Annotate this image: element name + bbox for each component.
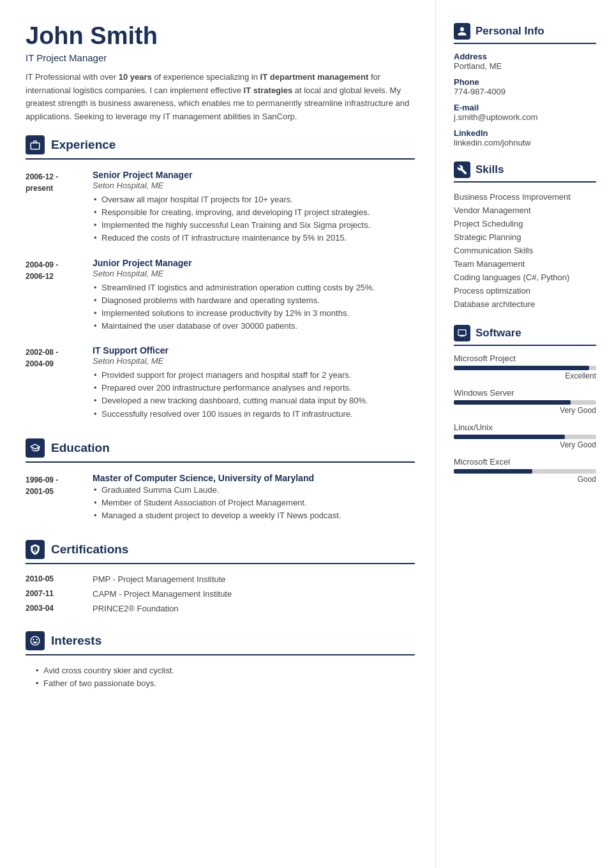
interest-2: Father of two passionate boys. xyxy=(34,678,415,688)
bullet-2-2: Diagnosed problems with hardware and ope… xyxy=(93,294,415,307)
software-name-2: Windows Server xyxy=(454,388,596,398)
skills-section: Skills Business Process Improvement Vend… xyxy=(454,161,596,311)
entry-content-2: Junior Project Manager Seton Hospital, M… xyxy=(93,258,415,333)
skill-4: Strategic Planning xyxy=(454,230,596,244)
cert-title-3: PRINCE2® Foundation xyxy=(93,604,179,613)
software-title: Software xyxy=(475,327,521,340)
personal-info-title: Personal Info xyxy=(475,25,544,38)
certifications-header: Certifications xyxy=(26,540,415,559)
edu-bullet-1-1: Graduated Summa Cum Laude. xyxy=(93,484,415,497)
phone-field: Phone 774-987-4009 xyxy=(454,77,596,96)
interests-title: Interests xyxy=(51,634,101,648)
bullet-list-1: Oversaw all major hospital IT projects f… xyxy=(93,193,415,245)
email-value: j.smith@uptowork.com xyxy=(454,112,596,122)
interests-divider xyxy=(26,654,415,655)
bullet-3-3: Developed a new tracking dashboard, cutt… xyxy=(93,394,415,407)
certifications-title: Certifications xyxy=(51,542,128,557)
bullet-1-1: Oversaw all major hospital IT projects f… xyxy=(93,193,415,206)
software-name-3: Linux/Unix xyxy=(454,423,596,432)
bullet-2-1: Streamlined IT logistics and administrat… xyxy=(93,281,415,294)
address-label: Address xyxy=(454,52,596,61)
linkedin-label: LinkedIn xyxy=(454,128,596,138)
interests-icon xyxy=(26,631,45,650)
experience-header: Experience xyxy=(26,135,415,154)
software-bar-fill-3 xyxy=(454,435,565,439)
linkedin-field: LinkedIn linkedin.com/johnutw xyxy=(454,128,596,147)
candidate-title: IT Project Manager xyxy=(26,52,415,63)
bullet-1-3: Implemented the highly successful Lean T… xyxy=(93,219,415,232)
experience-title: Experience xyxy=(51,138,116,152)
resume-header: John Smith IT Project Manager IT Profess… xyxy=(26,23,415,124)
edu-bullets-1: Graduated Summa Cum Laude. Member of Stu… xyxy=(93,484,415,522)
software-bar-fill-4 xyxy=(454,469,532,474)
skill-9: Database architecture xyxy=(454,297,596,311)
personal-info-section: Personal Info Address Portland, ME Phone… xyxy=(454,23,596,147)
certifications-divider xyxy=(26,563,415,564)
right-column: Personal Info Address Portland, ME Phone… xyxy=(435,0,614,868)
skills-header: Skills xyxy=(454,161,596,178)
skills-divider xyxy=(454,181,596,183)
skill-8: Process optimization xyxy=(454,284,596,297)
software-level-4: Good xyxy=(454,475,596,484)
software-level-2: Very Good xyxy=(454,406,596,415)
cert-title-1: PMP - Project Management Institute xyxy=(93,574,226,584)
skills-icon xyxy=(454,161,470,178)
edu-content-1: Master of Computer Science, University o… xyxy=(93,473,415,522)
entry-date-1: 2006-12 -present xyxy=(26,170,93,245)
cert-date-2: 2007-11 xyxy=(26,589,93,599)
email-label: E-mail xyxy=(454,103,596,112)
bullet-2-4: Maintained the user database of over 300… xyxy=(93,320,415,333)
education-entry-1: 1996-09 -2001-05 Master of Computer Scie… xyxy=(26,473,415,522)
software-level-1: Excellent xyxy=(454,371,596,380)
linkedin-value: linkedin.com/johnutw xyxy=(454,138,596,147)
bullet-list-2: Streamlined IT logistics and administrat… xyxy=(93,281,415,333)
experience-section: Experience 2006-12 -present Senior Proje… xyxy=(26,135,415,421)
experience-entry-3: 2002-08 -2004-09 IT Support Officer Seto… xyxy=(26,345,415,421)
software-level-3: Very Good xyxy=(454,440,596,449)
certifications-section: Certifications 2010-05 PMP - Project Man… xyxy=(26,540,415,613)
personal-info-header: Personal Info xyxy=(454,23,596,40)
address-value: Portland, ME xyxy=(454,61,596,71)
cert-title-2: CAPM - Project Management Institute xyxy=(93,589,232,599)
phone-label: Phone xyxy=(454,77,596,87)
bullet-2-3: Implemented solutions to increase produc… xyxy=(93,307,415,320)
company-3: Seton Hospital, ME xyxy=(93,356,415,366)
interest-1: Avid cross country skier and cyclist. xyxy=(34,666,415,675)
software-item-4: Microsoft Excel Good xyxy=(454,457,596,484)
software-bar-track-2 xyxy=(454,400,596,405)
summary-text: IT Professional with over 10 years of ex… xyxy=(26,71,415,124)
education-title: Education xyxy=(51,441,110,455)
skill-7: Coding languages (C#, Python) xyxy=(454,271,596,284)
software-bar-track-3 xyxy=(454,435,596,439)
company-1: Seton Hospital, ME xyxy=(93,181,415,190)
skill-6: Team Management xyxy=(454,257,596,271)
skill-3: Project Scheduling xyxy=(454,217,596,230)
experience-entry-1: 2006-12 -present Senior Project Manager … xyxy=(26,170,415,245)
entry-date-3: 2002-08 -2004-09 xyxy=(26,345,93,421)
experience-icon xyxy=(26,135,45,154)
software-name-1: Microsoft Project xyxy=(454,354,596,363)
bullet-3-1: Provided support for project managers an… xyxy=(93,369,415,382)
interests-section: Interests Avid cross country skier and c… xyxy=(26,631,415,688)
certifications-icon xyxy=(26,540,45,559)
interests-content: Avid cross country skier and cyclist. Fa… xyxy=(26,666,415,688)
bullet-3-4: Successfully resolved over 100 issues in… xyxy=(93,408,415,421)
interests-header: Interests xyxy=(26,631,415,650)
education-section: Education 1996-09 -2001-05 Master of Com… xyxy=(26,438,415,522)
address-field: Address Portland, ME xyxy=(454,52,596,71)
software-header: Software xyxy=(454,325,596,341)
software-item-2: Windows Server Very Good xyxy=(454,388,596,415)
bullet-3-2: Prepared over 200 infrastructure perform… xyxy=(93,382,415,394)
personal-info-divider xyxy=(454,43,596,44)
software-bar-track-4 xyxy=(454,469,596,474)
bullet-1-2: Responsible for creating, improving, and… xyxy=(93,206,415,219)
entry-content-3: IT Support Officer Seton Hospital, ME Pr… xyxy=(93,345,415,421)
job-title-2: Junior Project Manager xyxy=(93,258,415,268)
cert-entry-2: 2007-11 CAPM - Project Management Instit… xyxy=(26,589,415,599)
phone-value: 774-987-4009 xyxy=(454,87,596,96)
software-bar-track-1 xyxy=(454,366,596,370)
candidate-name: John Smith xyxy=(26,23,415,50)
skill-2: Vendor Management xyxy=(454,204,596,217)
company-2: Seton Hospital, ME xyxy=(93,269,415,278)
bullet-list-3: Provided support for project managers an… xyxy=(93,369,415,421)
